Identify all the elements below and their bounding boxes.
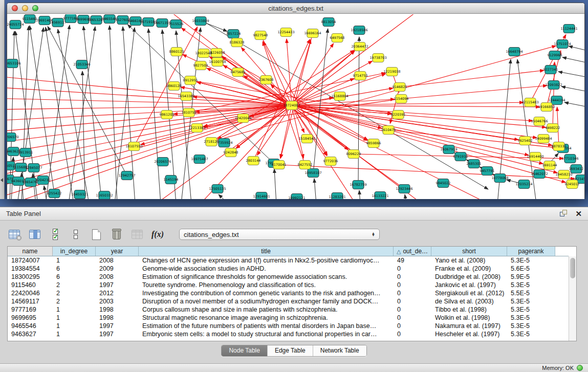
table-cell[interactable]: Yano et al. (2008) [431, 256, 507, 265]
graph-node[interactable]: 9845022 [436, 179, 451, 188]
table-cell[interactable]: 9699695 [8, 314, 53, 322]
table-options-icon[interactable] [7, 227, 21, 242]
graph-node[interactable]: 10975487 [191, 155, 208, 164]
table-cell[interactable]: Jankovic et al. (1997) [431, 281, 507, 289]
graph-node[interactable]: 8220391 [391, 111, 406, 119]
graph-node[interactable]: 12254433 [277, 28, 294, 37]
graph-node[interactable]: 9255422 [47, 189, 62, 198]
table-row[interactable]: 977716911998Corpus callosum shape and si… [8, 305, 569, 314]
table-cell[interactable]: 2 [53, 289, 96, 297]
table-cell[interactable]: 5.3E-5 [507, 256, 555, 265]
table-cell[interactable]: 9115460 [8, 281, 53, 289]
graph-node[interactable]: 11283201 [329, 193, 345, 200]
table-cell[interactable]: 0 [394, 314, 431, 322]
network-canvas[interactable]: 2405572491154602069140614569117977716996… [7, 14, 584, 199]
table-cell[interactable]: 2008 [96, 256, 139, 265]
graph-node[interactable]: 12093822 [545, 81, 562, 90]
graph-node[interactable]: 19458210 [555, 170, 572, 179]
table-row[interactable]: 1456911722003Disruption of a novel membe… [8, 297, 569, 305]
table-cell[interactable]: 5.3E-5 [507, 322, 555, 330]
float-window-icon[interactable] [560, 210, 568, 217]
graph-node[interactable]: 10992121 [288, 194, 305, 200]
table-cell[interactable]: 2012 [96, 289, 139, 297]
select-columns-icon[interactable] [48, 227, 62, 242]
table-cell[interactable]: 2009 [96, 265, 139, 273]
table-cell[interactable]: 9463627 [8, 330, 53, 338]
table-cell[interactable]: Estimation of significance thresholds fo… [139, 273, 394, 281]
table-cell[interactable]: Franke et al. (2009) [431, 265, 507, 273]
graph-node[interactable]: 8204230 [36, 176, 51, 185]
table-cell[interactable]: Tourette syndrome. Phenomenology and cla… [139, 281, 394, 289]
table-cell[interactable]: 5.3E-5 [507, 314, 555, 322]
graph-node[interactable]: 2367608 [259, 76, 274, 84]
graph-node[interactable]: 8186328 [230, 38, 245, 47]
graph-node[interactable]: 6791910 [453, 152, 468, 161]
graph-node[interactable]: 15751074 [554, 40, 571, 49]
graph-node[interactable]: 19218586 [351, 26, 367, 35]
table-cell[interactable]: Embryonic stem cells: a model to study s… [139, 330, 394, 338]
table-cell[interactable]: 49 [394, 256, 431, 265]
table-cell[interactable]: 6 [53, 265, 96, 273]
table-cell[interactable]: Corpus callosum shape and size in male p… [139, 305, 394, 314]
graph-node[interactable]: 18107550 [125, 142, 142, 151]
graph-node[interactable]: 16696164 [304, 29, 321, 38]
graph-node[interactable]: 12219038 [383, 68, 400, 76]
table-cell[interactable]: Hescheler et al. (1997) [431, 330, 507, 338]
table-cell[interactable]: 2 [53, 281, 96, 289]
table-cell[interactable]: 1 [53, 314, 96, 322]
graph-node[interactable]: 16648794 [506, 48, 522, 56]
graph-node[interactable]: 15046766 [531, 117, 548, 126]
table-cell[interactable]: Structural magnetic resonance image aver… [139, 314, 394, 322]
graph-node[interactable]: 2803144 [246, 157, 261, 165]
graph-node[interactable]: 2685301 [467, 160, 482, 168]
table-cell[interactable]: Tibbo et al. (1998) [431, 305, 507, 314]
graph-node[interactable]: 7857224 [226, 30, 241, 38]
table-cell[interactable]: 5.3E-5 [507, 305, 555, 314]
graph-node[interactable]: 20653106 [7, 59, 21, 68]
table-cell[interactable]: 2008 [96, 273, 139, 281]
table-cell[interactable]: 1 [53, 305, 96, 314]
table-cell[interactable]: 18300295 [8, 273, 53, 281]
graph-node[interactable]: 1810755 [182, 108, 197, 117]
graph-node[interactable]: 22420046 [234, 114, 251, 123]
table-cell[interactable]: 1997 [96, 281, 139, 289]
table-cell[interactable]: 9465546 [8, 322, 53, 330]
tab-node-table[interactable]: Node Table [222, 345, 268, 356]
table-cell[interactable]: 5.3E-5 [507, 297, 555, 305]
table-cell[interactable]: de Silva et al. (2003) [431, 297, 507, 305]
table-row[interactable]: 946362711997Embryonic stem cells: a mode… [8, 330, 569, 338]
graph-node[interactable]: 15168804 [331, 92, 348, 101]
graph-node[interactable]: 9861205 [160, 111, 175, 119]
graph-node[interactable]: 8096229 [346, 150, 361, 159]
graph-node[interactable]: 1610475 [381, 126, 396, 135]
table-row[interactable]: 969969511998Structural magnetic resonanc… [8, 314, 569, 322]
graph-node[interactable]: 9772036 [323, 157, 338, 166]
table-cell[interactable]: 5.5E-5 [507, 289, 555, 297]
graph-node[interactable]: 20206576 [154, 158, 171, 166]
graph-node[interactable]: 10459321 [71, 190, 88, 199]
graph-node[interactable]: 2718126 [204, 138, 219, 146]
table-cell[interactable]: 0 [394, 281, 431, 289]
graph-node[interactable]: 16067919 [440, 145, 457, 154]
column-header-name[interactable]: name [8, 247, 53, 256]
table-cell[interactable]: 5.3E-5 [507, 281, 555, 289]
graph-node[interactable]: 14133221 [372, 192, 388, 200]
table-cell[interactable]: Estimation of the future numbers of pati… [139, 322, 394, 330]
graph-node[interactable]: 10958107 [304, 169, 321, 178]
graph-node[interactable]: 7625402 [518, 137, 533, 145]
table-cell[interactable]: 9777169 [8, 305, 53, 314]
graph-node[interactable]: 12213383 [188, 124, 205, 133]
graph-node[interactable]: 12035214 [515, 180, 532, 189]
graph-node[interactable]: 9129966 [548, 51, 562, 60]
table-cell[interactable]: 5.9E-5 [507, 273, 555, 281]
graph-node[interactable]: 9227341 [543, 65, 558, 74]
graph-node[interactable]: 12914601 [253, 192, 270, 200]
graph-node[interactable]: 6497568 [330, 34, 345, 42]
graph-node[interactable]: 1145194 [164, 176, 179, 184]
graph-node[interactable]: 16782759 [350, 181, 366, 189]
graph-node[interactable]: 9827503 [193, 61, 208, 70]
graph-node[interactable]: 8912955 [183, 76, 198, 85]
column-header-year[interactable]: year [96, 247, 139, 256]
table-cell[interactable]: 1997 [96, 330, 139, 338]
graph-node[interactable]: 8813054 [321, 18, 336, 27]
